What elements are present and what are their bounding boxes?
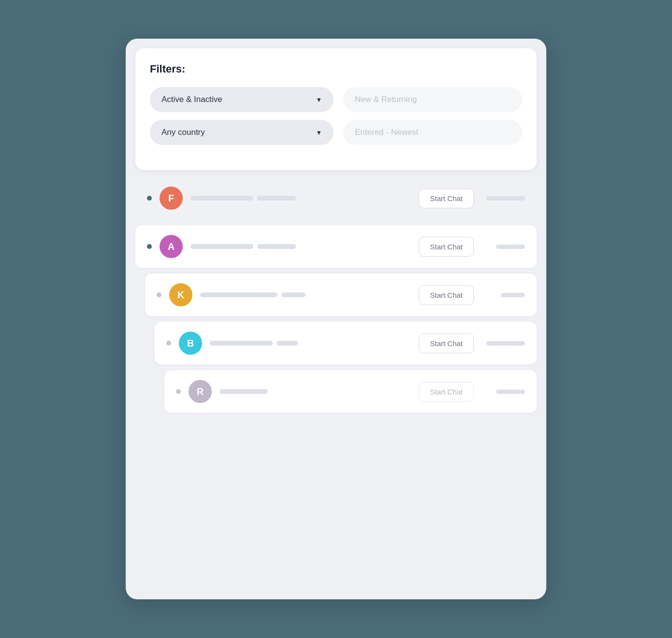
meta-bar bbox=[482, 390, 525, 394]
visitor-row: K Start Chat bbox=[145, 274, 537, 316]
info-row bbox=[210, 341, 411, 346]
avatar: A bbox=[160, 235, 183, 258]
tag-placeholder bbox=[257, 196, 296, 201]
meta-line bbox=[486, 196, 525, 201]
start-chat-button[interactable]: Start Chat bbox=[419, 285, 474, 305]
visitor-row: R Start Chat bbox=[164, 370, 537, 413]
filters-row-2: Any country ▼ Entered - Newest bbox=[150, 120, 522, 145]
info-row bbox=[190, 196, 411, 201]
visitor-row: F Start Chat bbox=[135, 177, 537, 219]
visitor-row: B Start Chat bbox=[155, 322, 537, 364]
name-placeholder bbox=[210, 341, 273, 346]
country-filter-select[interactable]: Any country ▼ bbox=[150, 120, 334, 145]
tag-placeholder bbox=[277, 341, 298, 346]
status-filter-label: Active & Inactive bbox=[161, 95, 222, 104]
info-row bbox=[200, 292, 411, 297]
entered-sort-filter[interactable]: Entered - Newest bbox=[343, 120, 522, 145]
name-placeholder bbox=[190, 196, 253, 201]
filters-card: Filters: Active & Inactive ▼ New & Retur… bbox=[135, 48, 537, 170]
avatar: B bbox=[179, 332, 202, 355]
status-filter-select[interactable]: Active & Inactive ▼ bbox=[150, 87, 334, 112]
status-dot bbox=[147, 196, 152, 201]
visitors-list: F Start Chat A bbox=[126, 177, 546, 413]
main-card: Filters: Active & Inactive ▼ New & Retur… bbox=[126, 39, 546, 599]
filters-row-1: Active & Inactive ▼ New & Returning bbox=[150, 87, 522, 112]
start-chat-button[interactable]: Start Chat bbox=[419, 188, 474, 208]
start-chat-button[interactable]: Start Chat bbox=[419, 334, 474, 353]
start-chat-button[interactable]: Start Chat bbox=[419, 382, 474, 402]
start-chat-button[interactable]: Start Chat bbox=[419, 237, 474, 257]
chevron-down-icon-2: ▼ bbox=[316, 129, 322, 136]
meta-line bbox=[486, 341, 525, 346]
status-dot bbox=[147, 244, 152, 249]
status-dot bbox=[157, 292, 161, 297]
name-placeholder bbox=[190, 244, 253, 249]
meta-bar bbox=[482, 196, 525, 201]
visitor-row: A Start Chat bbox=[135, 225, 537, 268]
visitor-info bbox=[219, 389, 411, 394]
chevron-down-icon: ▼ bbox=[316, 96, 322, 103]
meta-line bbox=[496, 390, 525, 394]
status-dot bbox=[166, 341, 171, 346]
name-placeholder bbox=[219, 389, 268, 394]
info-row bbox=[219, 389, 411, 394]
visitor-info bbox=[190, 244, 411, 249]
tag-placeholder bbox=[281, 292, 306, 297]
visitor-info bbox=[190, 196, 411, 201]
meta-line bbox=[496, 245, 525, 249]
meta-line bbox=[501, 293, 525, 297]
country-filter-label: Any country bbox=[161, 128, 205, 137]
meta-bar bbox=[482, 341, 525, 346]
visitor-info bbox=[210, 341, 411, 346]
avatar: R bbox=[189, 380, 212, 403]
meta-bar bbox=[482, 245, 525, 249]
status-dot bbox=[176, 389, 181, 394]
name-placeholder bbox=[200, 292, 278, 297]
avatar: K bbox=[169, 283, 192, 306]
visitor-info bbox=[200, 292, 411, 297]
avatar: F bbox=[160, 187, 183, 210]
meta-bar bbox=[482, 293, 525, 297]
tag-placeholder bbox=[257, 244, 296, 249]
filters-title: Filters: bbox=[150, 63, 522, 75]
new-returning-filter[interactable]: New & Returning bbox=[343, 87, 522, 112]
info-row bbox=[190, 244, 411, 249]
